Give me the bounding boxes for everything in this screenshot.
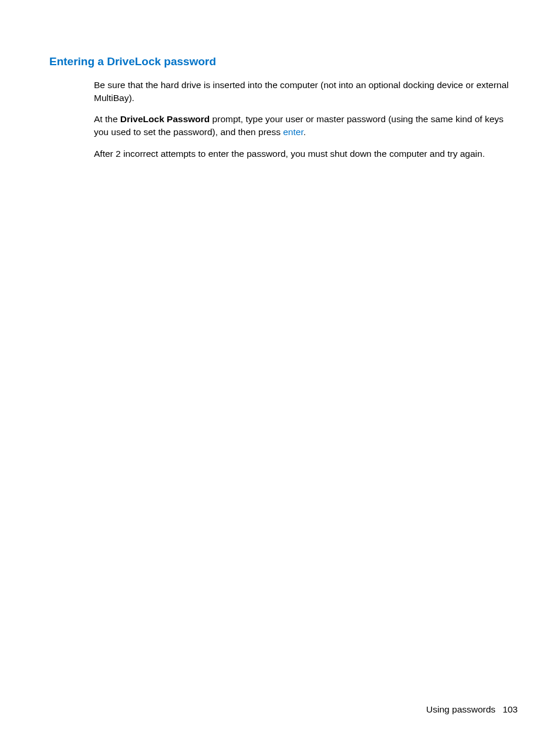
page-footer: Using passwords103: [426, 704, 518, 715]
paragraph-1: Be sure that the hard drive is inserted …: [94, 79, 518, 104]
text-suffix: .: [303, 127, 306, 137]
section-heading: Entering a DriveLock password: [49, 55, 518, 68]
body-content: Be sure that the hard drive is inserted …: [94, 79, 518, 160]
text-bold-drivelock: DriveLock Password: [120, 114, 210, 124]
text-prefix: At the: [94, 114, 120, 124]
paragraph-3: After 2 incorrect attempts to enter the …: [94, 147, 518, 160]
document-page: Entering a DriveLock password Be sure th…: [0, 0, 560, 160]
paragraph-2: At the DriveLock Password prompt, type y…: [94, 113, 518, 138]
footer-page-number: 103: [502, 704, 518, 714]
text-link-enter: enter: [283, 127, 303, 137]
footer-section-title: Using passwords: [426, 704, 495, 714]
